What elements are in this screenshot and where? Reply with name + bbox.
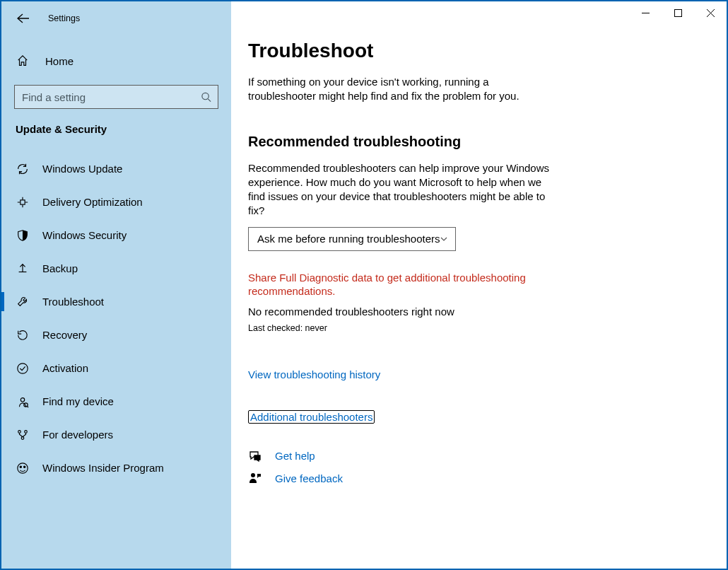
sidebar-item-label: Find my device	[42, 395, 114, 407]
close-icon	[707, 9, 715, 17]
recovery-icon	[16, 328, 30, 342]
troubleshoot-preference-dropdown[interactable]: Ask me before running troubleshooters	[248, 227, 456, 251]
give-feedback-row: Give feedback	[248, 472, 698, 486]
sidebar: Settings Home Update & Security Windows …	[1, 1, 231, 569]
svg-point-10	[24, 466, 25, 467]
sidebar-item-recovery[interactable]: Recovery	[1, 318, 231, 351]
search-input[interactable]	[14, 85, 218, 109]
sidebar-nav: Windows Update Delivery Optimization Win…	[1, 152, 231, 484]
recommended-status: No recommended troubleshooters right now	[248, 306, 698, 318]
recommended-description: Recommended troubleshooters can help imp…	[248, 161, 552, 219]
svg-rect-11	[674, 9, 681, 16]
sidebar-item-label: Windows Update	[42, 163, 122, 175]
intro-text: If something on your device isn't workin…	[248, 75, 552, 104]
minimize-button[interactable]	[629, 1, 662, 24]
additional-troubleshooters-link[interactable]: Additional troubleshooters	[248, 410, 375, 424]
sidebar-item-windows-insider[interactable]: Windows Insider Program	[1, 451, 231, 484]
sidebar-item-label: Windows Security	[42, 229, 127, 241]
chat-help-icon	[248, 449, 262, 463]
close-button[interactable]	[694, 1, 727, 24]
sidebar-item-label: Backup	[42, 262, 78, 274]
main-content: Troubleshoot If something on your device…	[231, 1, 727, 569]
dropdown-value: Ask me before running troubleshooters	[257, 233, 440, 245]
sidebar-item-label: Delivery Optimization	[42, 196, 143, 208]
svg-point-5	[18, 430, 21, 433]
sidebar-item-windows-security[interactable]: Windows Security	[1, 219, 231, 252]
svg-point-12	[251, 473, 255, 477]
last-checked: Last checked: never	[248, 323, 698, 333]
sidebar-item-for-developers[interactable]: For developers	[1, 418, 231, 451]
arrow-left-icon	[17, 13, 30, 23]
sidebar-item-troubleshoot[interactable]: Troubleshoot	[1, 285, 231, 318]
dev-icon	[16, 428, 30, 442]
sidebar-item-backup[interactable]: Backup	[1, 252, 231, 285]
window-controls	[629, 1, 727, 24]
sidebar-section-header: Update & Security	[1, 122, 231, 144]
sidebar-home[interactable]: Home	[1, 47, 231, 75]
chevron-down-icon	[440, 235, 448, 243]
svg-point-9	[20, 466, 21, 467]
title-bar: Settings	[1, 6, 231, 31]
sidebar-item-label: Troubleshoot	[42, 296, 104, 308]
search-wrap	[14, 85, 218, 109]
sidebar-item-delivery-optimization[interactable]: Delivery Optimization	[1, 185, 231, 219]
sidebar-item-label: Recovery	[42, 329, 87, 341]
shield-icon	[16, 228, 30, 243]
minimize-icon	[642, 9, 650, 17]
backup-icon	[16, 262, 30, 276]
sidebar-item-label: Windows Insider Program	[42, 462, 164, 474]
feedback-icon	[248, 472, 262, 486]
home-label: Home	[45, 55, 74, 67]
history-link[interactable]: View troubleshooting history	[248, 368, 380, 380]
window-title: Settings	[48, 13, 80, 23]
find-device-icon	[16, 395, 30, 409]
give-feedback-link[interactable]: Give feedback	[275, 472, 343, 484]
sidebar-item-windows-update[interactable]: Windows Update	[1, 152, 231, 185]
wrench-icon	[16, 295, 30, 309]
recommended-heading: Recommended troubleshooting	[248, 134, 698, 150]
sidebar-item-find-my-device[interactable]: Find my device	[1, 385, 231, 418]
maximize-icon	[674, 9, 682, 17]
sidebar-item-label: For developers	[42, 429, 113, 441]
get-help-link[interactable]: Get help	[275, 450, 315, 462]
svg-point-0	[202, 93, 209, 99]
get-help-row: Get help	[248, 449, 698, 463]
insider-icon	[16, 461, 30, 475]
page-title: Troubleshoot	[248, 40, 698, 62]
svg-rect-1	[20, 199, 25, 204]
search-icon	[201, 92, 211, 103]
diagnostic-warning: Share Full Diagnostic data to get additi…	[248, 271, 552, 298]
sidebar-item-label: Activation	[42, 362, 88, 374]
sidebar-item-activation[interactable]: Activation	[1, 351, 231, 385]
maximize-button[interactable]	[662, 1, 694, 24]
svg-point-3	[20, 397, 24, 401]
check-circle-icon	[16, 361, 30, 376]
delivery-icon	[16, 195, 30, 209]
svg-point-2	[18, 363, 28, 373]
home-icon	[16, 54, 30, 68]
sync-icon	[16, 162, 30, 176]
back-button[interactable]	[16, 11, 31, 26]
svg-point-6	[25, 430, 28, 433]
